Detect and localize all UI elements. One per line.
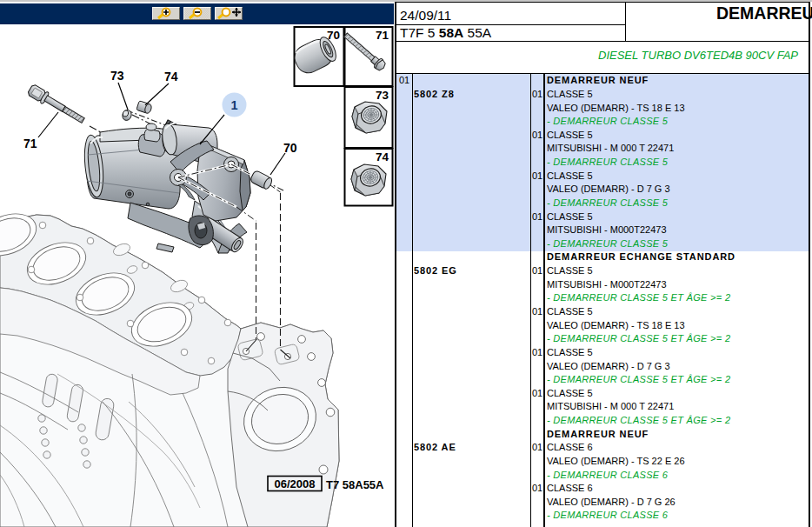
svg-text:1: 1: [230, 98, 237, 112]
svg-text:70: 70: [283, 141, 297, 155]
svg-text:73: 73: [376, 89, 389, 102]
svg-text:74: 74: [376, 150, 389, 163]
svg-text:74: 74: [164, 70, 178, 83]
svg-text:71: 71: [23, 137, 37, 150]
svg-text:71: 71: [376, 29, 389, 42]
svg-text:06/2008: 06/2008: [275, 477, 316, 490]
svg-text:T7 58A55A: T7 58A55A: [326, 478, 384, 491]
svg-text:73: 73: [110, 69, 124, 83]
